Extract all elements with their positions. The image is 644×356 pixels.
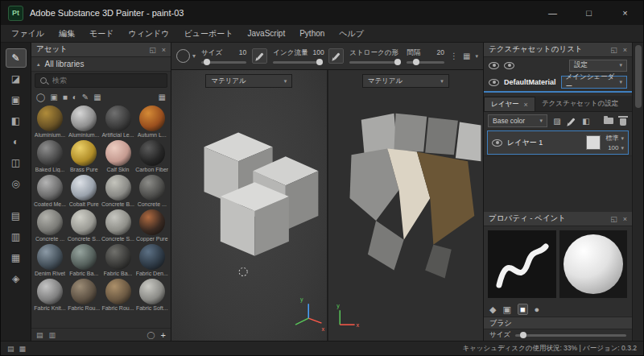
add-paint-layer-icon[interactable] [567, 118, 576, 125]
brush-section-header[interactable]: ブラシ [484, 317, 632, 329]
close-button[interactable]: × [607, 1, 643, 25]
texture-set-row[interactable]: DefaultMaterial メインシェーダー ▾ [484, 73, 632, 93]
delete-layer-icon[interactable] [618, 117, 628, 126]
asset-material[interactable]: Brass Pure [67, 140, 101, 172]
chevron-down-icon[interactable]: ▾ [192, 52, 196, 60]
log-panel-icon[interactable]: ▤ [7, 345, 14, 353]
viewport-3d[interactable]: マテリアル ▾ [171, 70, 328, 341]
menu-mode[interactable]: モード [82, 28, 121, 39]
asset-material[interactable]: Fabric Knit... [33, 279, 67, 311]
brush-preview-icon[interactable] [176, 49, 190, 63]
camera-settings-icon[interactable]: ▦ [6, 248, 27, 267]
float-panel-icon[interactable]: ◱ [610, 46, 617, 54]
clone-tool-icon[interactable]: ◫ [6, 153, 27, 172]
asset-material[interactable]: Concrete B... [101, 175, 135, 207]
asset-material[interactable]: Coated Me... [33, 175, 67, 207]
filter-materials-icon[interactable]: ▣ [50, 93, 57, 101]
asset-material[interactable]: Fabric Rou... [101, 279, 135, 311]
right-scrollbar[interactable] [632, 43, 643, 341]
menu-python[interactable]: Python [292, 29, 332, 38]
list-view-icon[interactable]: ▤ [36, 331, 43, 339]
minimize-button[interactable]: — [535, 1, 571, 25]
grid-view-icon[interactable]: ▦ [159, 93, 166, 101]
menu-help[interactable]: ヘルプ [332, 28, 371, 39]
shader-settings-icon[interactable]: ▥ [6, 227, 27, 246]
eraser-tool-icon[interactable]: ◪ [6, 69, 27, 89]
asset-material[interactable]: Fabric Ba... [67, 244, 101, 276]
menu-file[interactable]: ファイル [4, 28, 52, 39]
eye-icon[interactable] [504, 62, 514, 69]
stroke-shape-slider[interactable] [349, 61, 401, 64]
close-panel-icon[interactable]: × [623, 215, 627, 223]
resources-panel-icon[interactable]: ▦ [19, 345, 27, 353]
add-group-icon[interactable] [604, 118, 613, 124]
filter-smart-masks-icon[interactable]: ◐ [72, 93, 77, 101]
add-effect-icon[interactable]: ▨ [552, 117, 562, 126]
asset-material[interactable]: Cobalt Pure [67, 175, 101, 207]
stencil-mode-icon[interactable]: ▣ [502, 304, 510, 315]
sphere-preview-icon[interactable]: ● [535, 304, 540, 314]
flow-slider[interactable] [273, 61, 323, 64]
material-preview[interactable] [559, 230, 627, 298]
polygon-fill-tool-icon[interactable]: ◧ [6, 111, 27, 130]
add-asset-button[interactable]: + [161, 330, 166, 340]
asset-material[interactable]: Baked Lig... [33, 140, 67, 172]
flow-pressure-toggle[interactable] [328, 48, 344, 64]
viewport-2d[interactable]: マテリアル ▾ [328, 70, 484, 341]
paint-tool-icon[interactable]: ✎ [6, 48, 27, 68]
eye-icon[interactable] [489, 62, 499, 69]
asset-material[interactable]: Fabric Den... [135, 244, 169, 276]
size-value[interactable]: 10 [239, 48, 246, 58]
spacing-slider[interactable] [407, 61, 444, 64]
filter-all-icon[interactable]: ◯ [36, 93, 45, 101]
stroke-preview[interactable] [488, 230, 556, 298]
viewer-settings-icon[interactable]: ◈ [6, 269, 27, 288]
asset-search[interactable] [35, 73, 167, 88]
filter-brushes-icon[interactable]: ✎ [82, 93, 89, 101]
channel-dropdown[interactable]: Base color ▾ [488, 114, 547, 127]
size-pressure-toggle[interactable] [252, 48, 267, 64]
spacing-value[interactable]: 20 [437, 48, 444, 58]
menu-viewport[interactable]: ビューポート [177, 28, 241, 39]
detail-view-icon[interactable]: ▥ [49, 331, 56, 339]
projection-tool-icon[interactable]: ▣ [6, 90, 27, 110]
plane-preview-icon[interactable]: ■ [518, 304, 528, 315]
asset-material[interactable]: Fabric Ba... [101, 244, 135, 276]
asset-material[interactable]: Artificial Le... [101, 106, 135, 138]
flow-value[interactable]: 100 [312, 48, 324, 58]
search-input[interactable] [51, 76, 162, 85]
brush-size-slider[interactable] [515, 334, 626, 337]
viewport-2d-material-dropdown[interactable]: マテリアル ▾ [362, 74, 449, 88]
asset-material[interactable]: Concrete ... [33, 209, 67, 242]
close-panel-icon[interactable]: × [623, 46, 627, 54]
chevron-down-icon[interactable]: ▾ [475, 53, 478, 60]
maximize-button[interactable]: □ [571, 1, 607, 25]
tab-layers[interactable]: レイヤー × [484, 97, 535, 111]
asset-material[interactable]: Fabric Rou... [67, 279, 101, 311]
asset-material[interactable]: Denim Rivet [33, 244, 67, 276]
asset-material[interactable]: Autumn L... [135, 106, 169, 138]
more-options-icon[interactable]: ⋮ [450, 52, 458, 60]
float-panel-icon[interactable]: ◱ [610, 215, 617, 223]
main-shader-dropdown[interactable]: メインシェーダー ▾ [561, 76, 627, 89]
filter-textures-icon[interactable]: ▦ [93, 93, 101, 101]
asset-material[interactable]: Carbon Fiber [135, 140, 169, 172]
asset-material[interactable]: Calf Skin [101, 140, 135, 172]
size-slider[interactable] [201, 61, 246, 64]
settings-dropdown[interactable]: 設定 ▾ [569, 60, 627, 72]
layer-list-empty-area[interactable] [484, 155, 632, 212]
close-panel-icon[interactable]: × [162, 46, 166, 54]
material-picker-tool-icon[interactable]: ◎ [6, 174, 27, 193]
tab-close-icon[interactable]: × [524, 101, 528, 109]
physics-mode-icon[interactable]: ◆ [489, 304, 496, 315]
filter-smart-materials-icon[interactable]: ■ [63, 93, 68, 101]
viewport-3d-material-dropdown[interactable]: マテリアル ▾ [205, 74, 292, 88]
display-settings-icon[interactable]: ▤ [6, 206, 27, 226]
asset-material[interactable]: Concrete ... [135, 175, 169, 207]
opacity-dropdown[interactable]: 100 ▾ [608, 144, 624, 151]
smudge-tool-icon[interactable]: ◐ [6, 132, 27, 151]
toolbar-grid-icon[interactable]: ▦ [463, 52, 470, 60]
layer-visibility-icon[interactable] [492, 139, 502, 147]
scrollbar-thumb[interactable] [635, 45, 642, 108]
asset-material[interactable]: Aluminium... [33, 106, 67, 138]
